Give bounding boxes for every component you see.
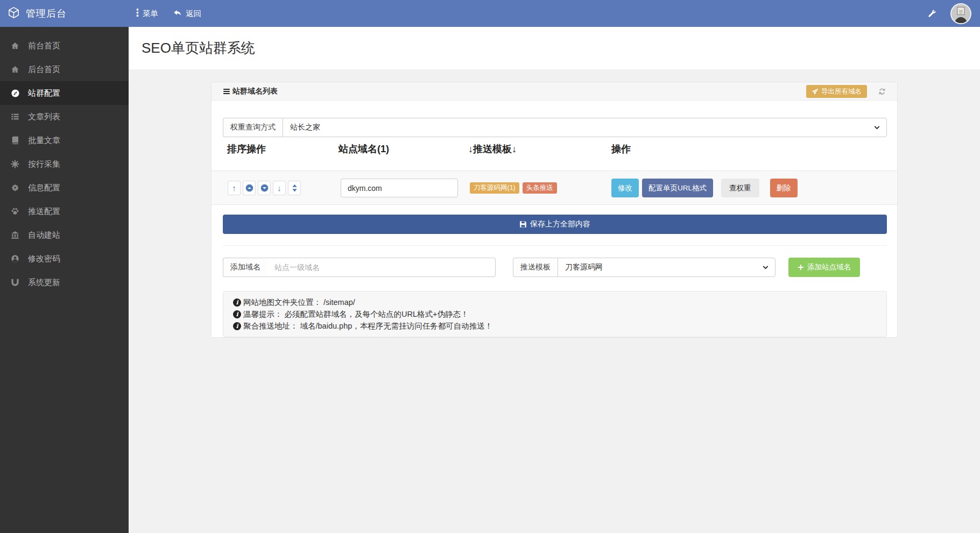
book-icon — [10, 136, 20, 145]
sidebar-item-label: 推送配置 — [28, 207, 60, 217]
domain-input[interactable] — [341, 179, 458, 197]
sidebar-item-front-home[interactable]: 前台首页 — [0, 34, 129, 58]
note-push-address: 聚合推送地址： 域名/baidu.php，本程序无需挂访问任务都可自动推送！ — [233, 320, 877, 332]
push-template-selected: 刀客源码网 — [565, 262, 603, 272]
sidebar-item-label: 前台首页 — [28, 41, 60, 51]
divider — [223, 245, 887, 246]
sidebar-item-site-cluster-config[interactable]: 站群配置 — [0, 81, 129, 105]
user-circle-icon — [10, 254, 20, 263]
sidebar-item-label: 按行采集 — [28, 159, 60, 169]
brand-title: 管理后台 — [26, 7, 67, 20]
col-actions: 操作 — [611, 143, 631, 155]
sidebar-item-auto-build[interactable]: 自动建站 — [0, 223, 129, 247]
wrench-icon[interactable] — [927, 9, 936, 18]
note-text: 网站地图文件夹位置： /sitemap/ — [243, 297, 355, 308]
user-avatar[interactable] — [950, 3, 971, 24]
sidebar-item-label: 信息配置 — [28, 183, 60, 193]
weight-query-selected: 站长之家 — [290, 123, 320, 132]
cube-logo-icon — [8, 6, 20, 21]
content-header: SEO单页站群系统 — [129, 27, 980, 69]
refresh-icon[interactable] — [878, 87, 886, 96]
weight-query-group: 权重查询方式 站长之家 — [223, 118, 887, 137]
template-badges: 刀客源码网(1) 头条推送 — [470, 182, 557, 194]
circle-chevron-down-icon — [260, 184, 269, 192]
export-all-domains-button[interactable]: 导出所有域名 — [806, 85, 867, 98]
sidebar-item-info-config[interactable]: 信息配置 — [0, 176, 129, 200]
brand[interactable]: 管理后台 — [0, 6, 129, 21]
paw-icon — [10, 207, 20, 216]
note-tip: 温馨提示： 必须配置站群域名，及每个站点的URL格式+伪静态！ — [233, 308, 877, 320]
reply-arrow-icon — [173, 9, 182, 19]
sidebar-item-change-password[interactable]: 修改密码 — [0, 247, 129, 271]
sidebar-item-label: 系统更新 — [28, 278, 60, 288]
add-site-button-label: 添加站点域名 — [807, 262, 851, 272]
top-navbar: 管理后台 菜单 返回 — [0, 0, 980, 27]
delete-button[interactable]: 删除 — [770, 179, 798, 197]
bank-icon — [10, 231, 20, 239]
weight-query-label: 权重查询方式 — [223, 118, 283, 137]
home-icon — [10, 65, 20, 74]
push-template-group: 推送模板 刀客源码网 — [513, 258, 775, 277]
add-domain-group: 添加域名 — [223, 258, 496, 277]
check-weight-button[interactable]: 查权重 — [721, 179, 759, 197]
page-title: SEO单页站群系统 — [129, 39, 255, 58]
sidebar-item-article-list[interactable]: 文章列表 — [0, 105, 129, 129]
add-domain-input[interactable] — [267, 258, 496, 277]
home-icon — [10, 41, 20, 50]
panel-title: 站群域名列表 — [232, 87, 278, 96]
arrow-up-icon: ↑ — [232, 183, 236, 193]
menu-label: 菜单 — [143, 9, 158, 19]
move-top-button[interactable]: ↑ — [228, 181, 241, 195]
list-icon — [10, 112, 20, 121]
weight-query-select[interactable]: 站长之家 — [283, 118, 887, 137]
edit-button[interactable]: 修改 — [611, 179, 639, 197]
table-row: ↑ ↓ 刀客源码网(1) 头条推送 修改 配置单页URL格式 — [211, 170, 897, 205]
magnet-icon — [10, 278, 20, 287]
gear-icon — [10, 183, 20, 192]
sidebar-item-push-config[interactable]: 推送配置 — [0, 200, 129, 223]
list-bars-icon — [223, 88, 230, 95]
move-up-button[interactable] — [243, 181, 256, 195]
back-link[interactable]: 返回 — [173, 9, 201, 19]
compass-icon — [10, 89, 20, 98]
sidebar-item-label: 后台首页 — [28, 65, 60, 75]
sidebar-item-back-home[interactable]: 后台首页 — [0, 58, 129, 81]
move-bottom-button[interactable]: ↓ — [273, 181, 286, 195]
paper-plane-icon — [812, 88, 819, 95]
burst-icon — [10, 160, 20, 168]
arrow-down-icon: ↓ — [277, 183, 281, 193]
chevron-down-icon — [762, 264, 769, 271]
admin-page: 管理后台 菜单 返回 — [0, 0, 980, 533]
row-action-buttons: 修改 配置单页URL格式 查权重 删除 — [611, 179, 798, 197]
note-text: 温馨提示： 必须配置站群域名，及每个站点的URL格式+伪静态！ — [243, 309, 469, 319]
save-all-button[interactable]: 保存上方全部内容 — [223, 215, 887, 234]
sidebar-item-label: 自动建站 — [28, 230, 60, 240]
sort-controls: ↑ ↓ — [228, 181, 301, 195]
add-site-domain-button[interactable]: 添加站点域名 — [788, 258, 860, 277]
info-circle-icon — [233, 299, 241, 307]
panel-heading: 站群域名列表 导出所有域名 — [211, 82, 897, 101]
sidebar-item-label: 批量文章 — [28, 136, 60, 146]
info-well: 网站地图文件夹位置： /sitemap/ 温馨提示： 必须配置站群域名，及每个站… — [223, 291, 887, 337]
sidebar-item-batch-articles[interactable]: 批量文章 — [0, 129, 129, 152]
table-header-row: 排序操作 站点域名(1) ↓推送模板↓ 操作 — [211, 143, 897, 158]
sort-toggle-button[interactable] — [288, 181, 301, 195]
chevron-down-icon — [873, 124, 880, 131]
sidebar-item-system-update[interactable]: 系统更新 — [0, 271, 129, 294]
push-template-select[interactable]: 刀客源码网 — [558, 258, 775, 277]
info-circle-icon — [233, 322, 241, 330]
push-badge: 头条推送 — [523, 182, 557, 194]
sidebar-item-label: 修改密码 — [28, 254, 60, 264]
move-down-button[interactable] — [258, 181, 271, 195]
menu-toggle[interactable]: 菜单 — [136, 9, 158, 19]
save-button-label: 保存上方全部内容 — [530, 219, 590, 229]
sidebar: 前台首页 后台首页 站群配置 文章列表 批量文章 按行采集 — [0, 27, 129, 533]
floppy-disk-icon — [519, 221, 527, 228]
configure-url-format-button[interactable]: 配置单页URL格式 — [642, 179, 713, 197]
back-label: 返回 — [186, 9, 201, 19]
sidebar-item-label: 文章列表 — [28, 112, 60, 122]
sidebar-item-line-collect[interactable]: 按行采集 — [0, 152, 129, 176]
push-template-label: 推送模板 — [513, 258, 558, 277]
note-sitemap: 网站地图文件夹位置： /sitemap/ — [233, 296, 877, 308]
col-push-template: ↓推送模板↓ — [468, 143, 517, 155]
